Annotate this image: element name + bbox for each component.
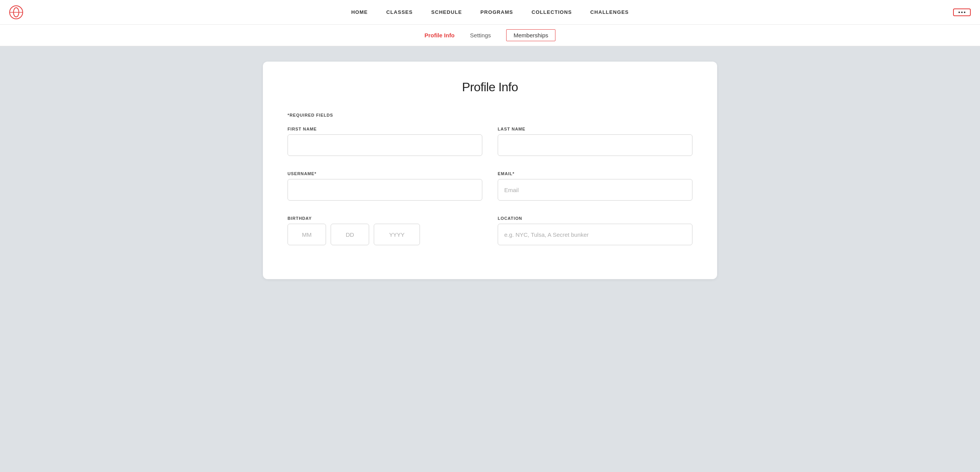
birthday-label: BIRTHDAY xyxy=(288,216,482,221)
nav-item-programs[interactable]: PROGRAMS xyxy=(480,9,513,15)
peloton-logo-icon xyxy=(9,5,23,19)
email-label: EMAIL* xyxy=(498,171,692,176)
nav-item-classes[interactable]: CLASSES xyxy=(386,9,413,15)
nav-links: HOME CLASSES SCHEDULE PROGRAMS COLLECTIO… xyxy=(351,9,629,15)
birthday-day-input[interactable] xyxy=(331,224,369,245)
birthday-inputs-container xyxy=(288,224,482,245)
nav-item-schedule[interactable]: SCHEDULE xyxy=(431,9,462,15)
last-name-label: LAST NAME xyxy=(498,127,692,131)
birthday-group: BIRTHDAY xyxy=(288,216,482,245)
birthday-location-row: BIRTHDAY LOCATION xyxy=(288,216,692,245)
username-input[interactable] xyxy=(288,179,482,201)
name-row: FIRST NAME LAST NAME xyxy=(288,127,692,156)
page-title: Profile Info xyxy=(288,80,692,94)
username-group: USERNAME* xyxy=(288,171,482,201)
email-input[interactable] xyxy=(498,179,692,201)
tab-profile-info[interactable]: Profile Info xyxy=(425,30,455,40)
logo[interactable] xyxy=(9,5,23,19)
profile-card: Profile Info *REQUIRED FIELDS FIRST NAME… xyxy=(263,62,717,279)
dot-3 xyxy=(964,12,965,13)
birthday-month-input[interactable] xyxy=(288,224,326,245)
location-input[interactable] xyxy=(498,224,692,245)
last-name-group: LAST NAME xyxy=(498,127,692,156)
top-navigation: HOME CLASSES SCHEDULE PROGRAMS COLLECTIO… xyxy=(0,0,980,25)
first-name-group: FIRST NAME xyxy=(288,127,482,156)
username-email-row: USERNAME* EMAIL* xyxy=(288,171,692,201)
page-content: Profile Info *REQUIRED FIELDS FIRST NAME… xyxy=(0,46,980,295)
required-note: *REQUIRED FIELDS xyxy=(288,113,692,117)
more-options-button[interactable] xyxy=(953,8,971,16)
location-label: LOCATION xyxy=(498,216,692,221)
birthday-year-input[interactable] xyxy=(374,224,420,245)
nav-item-home[interactable]: HOME xyxy=(351,9,368,15)
first-name-label: FIRST NAME xyxy=(288,127,482,131)
nav-item-challenges[interactable]: CHALLENGES xyxy=(590,9,629,15)
dot-2 xyxy=(961,12,963,13)
location-group: LOCATION xyxy=(498,216,692,245)
tab-memberships[interactable]: Memberships xyxy=(506,29,555,41)
username-label: USERNAME* xyxy=(288,171,482,176)
email-group: EMAIL* xyxy=(498,171,692,201)
tab-settings[interactable]: Settings xyxy=(470,30,491,40)
profile-sub-navigation: Profile Info Settings Memberships xyxy=(0,25,980,46)
nav-item-collections[interactable]: COLLECTIONS xyxy=(532,9,572,15)
last-name-input[interactable] xyxy=(498,134,692,156)
first-name-input[interactable] xyxy=(288,134,482,156)
dot-1 xyxy=(958,12,960,13)
